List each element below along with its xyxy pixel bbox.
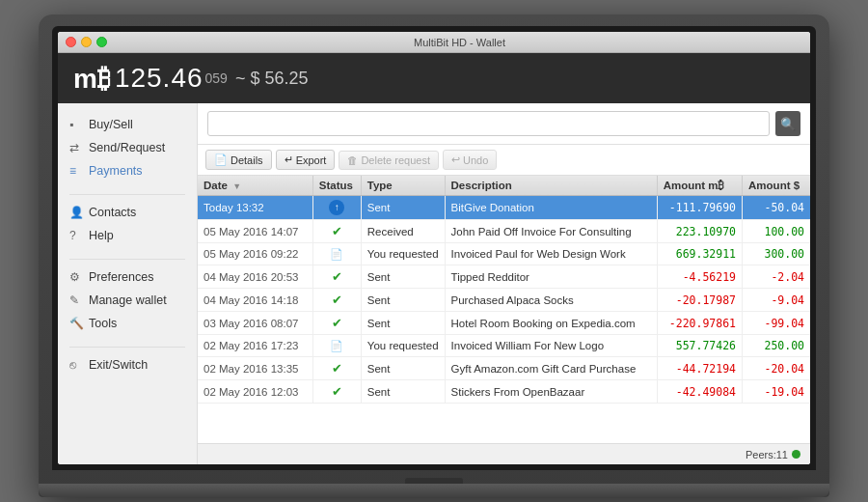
table-row[interactable]: 03 May 2016 08:07 ✔ Sent Hotel Room Book… [198, 312, 810, 335]
transactions-table-container: Date ▼ Status Type Description Amount m₿… [198, 176, 810, 443]
peers-label: Peers: [746, 449, 776, 460]
cell-amount-usd: 300.00 [743, 243, 810, 265]
cell-amount-usd: -99.04 [743, 312, 810, 335]
cell-status: ✔ [312, 265, 361, 289]
close-button[interactable] [66, 37, 76, 47]
traffic-lights [66, 37, 107, 47]
cell-date: 03 May 2016 08:07 [198, 312, 312, 335]
cell-status: 📄 [312, 335, 361, 357]
buy-sell-icon: ▪ [69, 118, 83, 131]
sidebar-item-tools[interactable]: 🔨 Tools [58, 312, 197, 335]
cell-description: Gyft Amazon.com Gift Card Purchase [445, 357, 657, 380]
sidebar-divider-2 [69, 259, 185, 260]
export-button[interactable]: ↵ Export [276, 150, 336, 170]
table-row[interactable]: 02 May 2016 13:35 ✔ Sent Gyft Amazon.com… [198, 357, 810, 380]
contacts-icon: 👤 [69, 206, 83, 219]
cell-amount-btc: -42.49084 [657, 380, 742, 404]
cell-status: ↑ [312, 196, 361, 220]
cell-status: ✔ [312, 220, 361, 243]
cell-amount-usd: -20.04 [743, 357, 810, 380]
delete-button[interactable]: 🗑 Delete request [339, 151, 439, 170]
export-icon: ↵ [285, 153, 293, 166]
header-bar: m₿ 125.46 059 ~ $ 56.25 [58, 53, 810, 103]
manage-wallet-icon: ✎ [69, 293, 83, 307]
cell-amount-usd: 250.00 [743, 335, 810, 357]
table-header-row: Date ▼ Status Type Description Amount m₿… [198, 176, 810, 196]
maximize-button[interactable] [96, 37, 107, 47]
sidebar-item-help[interactable]: ? Help [58, 224, 197, 247]
col-status[interactable]: Status [312, 176, 361, 196]
cell-type: You requested [361, 243, 445, 265]
sidebar-item-exit-switch[interactable]: ⎋ Exit/Switch [58, 353, 197, 376]
cell-amount-btc: -111.79690 [657, 196, 742, 220]
details-label: Details [231, 154, 263, 166]
status-bar: Peers: 11 [198, 443, 810, 464]
sidebar-item-label: Preferences [89, 270, 153, 284]
cell-date: Today 13:32 [198, 196, 312, 220]
cell-type: You requested [361, 335, 445, 357]
cell-type: Received [361, 220, 445, 243]
sidebar: ▪ Buy/Sell ⇄ Send/Request ≡ Payments [58, 103, 198, 464]
delete-icon: 🗑 [347, 154, 358, 166]
cell-amount-usd: -2.04 [743, 265, 810, 289]
details-button[interactable]: 📄 Details [205, 150, 272, 170]
cell-type: Sent [361, 357, 445, 380]
search-input[interactable] [207, 111, 770, 136]
cell-amount-usd: -9.04 [743, 289, 810, 312]
sidebar-item-contacts[interactable]: 👤 Contacts [58, 201, 197, 224]
laptop-base [39, 484, 829, 497]
cell-description: Hotel Room Booking on Expedia.com [445, 312, 657, 335]
col-amount-btc[interactable]: Amount m₿ [657, 176, 742, 196]
cell-status: ✔ [312, 312, 361, 335]
help-icon: ? [69, 229, 83, 242]
title-bar: MultiBit HD - Wallet [58, 32, 810, 53]
cell-type: Sent [361, 312, 445, 335]
right-panel: 🔍 📄 Details ↵ Export [198, 103, 810, 464]
table-row[interactable]: 05 May 2016 14:07 ✔ Received John Paid O… [198, 220, 810, 243]
cell-description: Purchased Alpaca Socks [445, 289, 657, 312]
payments-icon: ≡ [69, 164, 83, 178]
col-type[interactable]: Type [361, 176, 445, 196]
col-amount-usd[interactable]: Amount $ [743, 176, 810, 196]
col-description[interactable]: Description [445, 176, 657, 196]
window-title: MultiBit HD - Wallet [117, 37, 802, 48]
sidebar-divider-3 [69, 347, 185, 348]
delete-label: Delete request [361, 154, 430, 166]
cell-date: 02 May 2016 12:03 [198, 380, 312, 404]
cell-description: Stickers From OpenBazaar [445, 380, 657, 404]
table-row[interactable]: 04 May 2016 14:18 ✔ Sent Purchased Alpac… [198, 289, 810, 312]
sidebar-item-payments[interactable]: ≡ Payments [58, 159, 197, 182]
table-row[interactable]: Today 13:32 ↑ Sent BitGive Donation -111… [198, 196, 810, 220]
cell-amount-usd: 100.00 [743, 220, 810, 243]
peers-count: 11 [776, 449, 788, 460]
main-content: ▪ Buy/Sell ⇄ Send/Request ≡ Payments [58, 103, 810, 464]
cell-type: Sent [361, 265, 445, 289]
table-row[interactable]: 05 May 2016 09:22 📄 You requested Invoic… [198, 243, 810, 265]
table-row[interactable]: 04 May 2016 20:53 ✔ Sent Tipped Redditor… [198, 265, 810, 289]
sidebar-section-exit: ⎋ Exit/Switch [58, 353, 197, 376]
undo-button[interactable]: ↩ Undo [443, 150, 497, 170]
search-button[interactable]: 🔍 [775, 111, 800, 136]
tools-icon: 🔨 [69, 317, 83, 330]
minimize-button[interactable] [81, 37, 92, 47]
sidebar-item-send-request[interactable]: ⇄ Send/Request [58, 136, 197, 159]
table-row[interactable]: 02 May 2016 17:23 📄 You requested Invoic… [198, 335, 810, 357]
cell-type: Sent [361, 380, 445, 404]
sidebar-item-manage-wallet[interactable]: ✎ Manage wallet [58, 289, 197, 312]
sidebar-item-buy-sell[interactable]: ▪ Buy/Sell [58, 113, 197, 136]
search-bar: 🔍 [198, 103, 810, 145]
sidebar-item-label: Manage wallet [89, 293, 167, 307]
details-icon: 📄 [214, 153, 228, 166]
sidebar-item-label: Buy/Sell [89, 118, 133, 131]
sidebar-item-preferences[interactable]: ⚙ Preferences [58, 265, 197, 289]
col-date[interactable]: Date ▼ [198, 176, 312, 196]
sidebar-item-label: Send/Request [89, 141, 165, 154]
preferences-icon: ⚙ [69, 270, 83, 284]
sidebar-section-settings: ⚙ Preferences ✎ Manage wallet 🔨 Tools [58, 265, 197, 335]
toolbar: 📄 Details ↵ Export 🗑 Delete request [198, 145, 810, 176]
undo-icon: ↩ [451, 153, 460, 166]
cell-date: 05 May 2016 14:07 [198, 220, 312, 243]
currency-symbol: m₿ [73, 63, 111, 95]
peers-status-dot [792, 450, 800, 459]
table-row[interactable]: 02 May 2016 12:03 ✔ Sent Stickers From O… [198, 380, 810, 404]
